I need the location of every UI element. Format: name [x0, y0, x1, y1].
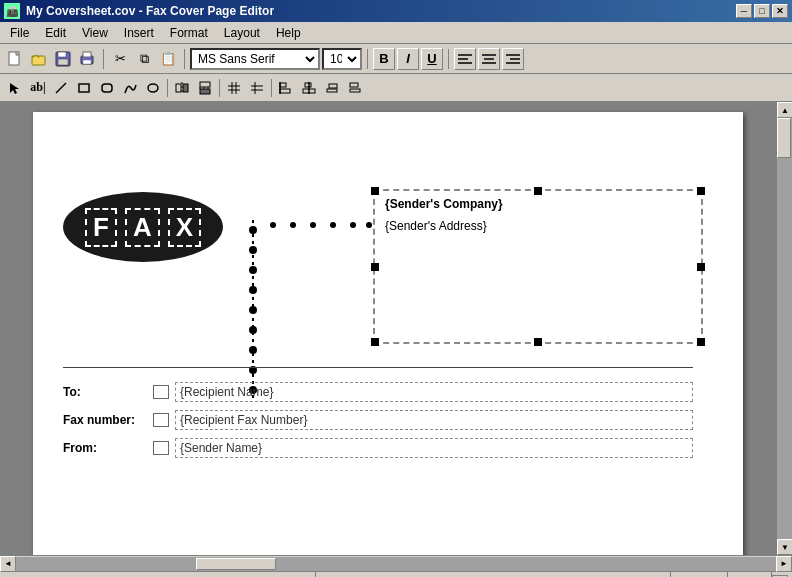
align-center-button[interactable]: [478, 48, 500, 70]
from-checkbox[interactable]: [153, 441, 169, 455]
canvas-area[interactable]: F A X: [0, 102, 776, 555]
coords-display: 411,158: [611, 572, 671, 577]
handle-tr[interactable]: [697, 187, 705, 195]
svg-rect-25: [200, 82, 210, 87]
flip-v-tool[interactable]: [194, 77, 216, 99]
save-button[interactable]: [52, 48, 74, 70]
align-tool-2[interactable]: [298, 77, 320, 99]
label-from: From:: [63, 441, 153, 455]
bold-button[interactable]: B: [373, 48, 395, 70]
tool-sep-3: [271, 79, 272, 97]
flip-h-tool[interactable]: [171, 77, 193, 99]
align-left-button[interactable]: [454, 48, 476, 70]
italic-button[interactable]: I: [397, 48, 419, 70]
scroll-thumb-h[interactable]: [196, 558, 276, 570]
handle-tl[interactable]: [371, 187, 379, 195]
menu-format[interactable]: Format: [162, 24, 216, 42]
fax-letter-x: X: [168, 208, 201, 247]
svg-rect-22: [176, 84, 181, 92]
copy-button[interactable]: ⧉: [133, 48, 155, 70]
recipient-fax-field[interactable]: {Recipient Fax Number}: [175, 410, 693, 430]
svg-point-51: [249, 326, 257, 334]
svg-rect-20: [102, 84, 112, 92]
freehand-tool[interactable]: [119, 77, 141, 99]
status-text: Ready: [4, 572, 316, 577]
form-row-fax: Fax number: {Recipient Fax Number}: [63, 410, 693, 430]
round-rect-tool[interactable]: [96, 77, 118, 99]
grid-tool-1[interactable]: [223, 77, 245, 99]
svg-line-18: [56, 83, 66, 93]
cut-button[interactable]: ✂: [109, 48, 131, 70]
horizontal-scrollbar[interactable]: ◄ ►: [0, 555, 792, 571]
scroll-track-h[interactable]: [16, 557, 776, 571]
line-tool[interactable]: [50, 77, 72, 99]
title-bar: 📠 My Coversheet.cov - Fax Cover Page Edi…: [0, 0, 792, 22]
scroll-down-button[interactable]: ▼: [777, 539, 792, 555]
svg-point-55: [270, 222, 276, 228]
close-button[interactable]: ✕: [772, 4, 788, 18]
font-name-select[interactable]: MS Sans Serif: [190, 48, 320, 70]
ellipse-tool[interactable]: [142, 77, 164, 99]
scroll-up-button[interactable]: ▲: [777, 102, 792, 118]
align-tool-4[interactable]: [344, 77, 366, 99]
scroll-thumb-v[interactable]: [777, 118, 791, 158]
scroll-left-button[interactable]: ◄: [0, 556, 16, 572]
menu-edit[interactable]: Edit: [37, 24, 74, 42]
separator-3: [367, 49, 368, 69]
open-button[interactable]: [28, 48, 50, 70]
align-tool-3[interactable]: [321, 77, 343, 99]
separator-4: [448, 49, 449, 69]
text-tool[interactable]: ab|: [27, 77, 49, 99]
menu-file[interactable]: File: [2, 24, 37, 42]
to-checkbox[interactable]: [153, 385, 169, 399]
maximize-button[interactable]: □: [754, 4, 770, 18]
svg-rect-6: [83, 52, 91, 57]
svg-rect-44: [350, 89, 360, 92]
handle-bl[interactable]: [371, 338, 379, 346]
company-text-box[interactable]: [373, 189, 703, 344]
handle-ml[interactable]: [371, 263, 379, 271]
svg-rect-41: [329, 84, 337, 88]
main-area: F A X: [0, 102, 792, 555]
label-to: To:: [63, 385, 153, 399]
underline-button[interactable]: U: [421, 48, 443, 70]
handle-bm[interactable]: [534, 338, 542, 346]
fax-logo-area[interactable]: F A X: [63, 192, 223, 262]
handle-br[interactable]: [697, 338, 705, 346]
svg-point-57: [310, 222, 316, 228]
scroll-track-v[interactable]: [777, 118, 792, 539]
menu-insert[interactable]: Insert: [116, 24, 162, 42]
senders-company-field[interactable]: {Sender's Company}: [385, 197, 503, 211]
senders-address-field[interactable]: {Sender's Address}: [385, 219, 487, 233]
fax-checkbox[interactable]: [153, 413, 169, 427]
new-button[interactable]: [4, 48, 26, 70]
align-right-button[interactable]: [502, 48, 524, 70]
svg-rect-3: [58, 52, 66, 57]
recipient-name-field[interactable]: {Recipient Name}: [175, 382, 693, 402]
font-size-select[interactable]: 10: [322, 48, 362, 70]
handle-tm[interactable]: [534, 187, 542, 195]
svg-point-21: [148, 84, 158, 92]
select-tool[interactable]: [4, 77, 26, 99]
fax-letter-f: F: [85, 208, 117, 247]
sender-name-field[interactable]: {Sender Name}: [175, 438, 693, 458]
paste-button[interactable]: 📋: [157, 48, 179, 70]
svg-point-59: [350, 222, 356, 228]
svg-rect-35: [280, 83, 286, 87]
print-button[interactable]: [76, 48, 98, 70]
menu-help[interactable]: Help: [268, 24, 309, 42]
handle-mr[interactable]: [697, 263, 705, 271]
scroll-right-button[interactable]: ►: [776, 556, 792, 572]
vertical-scrollbar[interactable]: ▲ ▼: [776, 102, 792, 555]
grid-tool-2[interactable]: [246, 77, 268, 99]
minimize-button[interactable]: ─: [736, 4, 752, 18]
separator-1: [103, 49, 104, 69]
align-tool-1[interactable]: [275, 77, 297, 99]
svg-point-46: [249, 226, 257, 234]
rect-tool[interactable]: [73, 77, 95, 99]
menu-layout[interactable]: Layout: [216, 24, 268, 42]
separator-2: [184, 49, 185, 69]
svg-point-56: [290, 222, 296, 228]
menu-view[interactable]: View: [74, 24, 116, 42]
tool-sep-2: [219, 79, 220, 97]
